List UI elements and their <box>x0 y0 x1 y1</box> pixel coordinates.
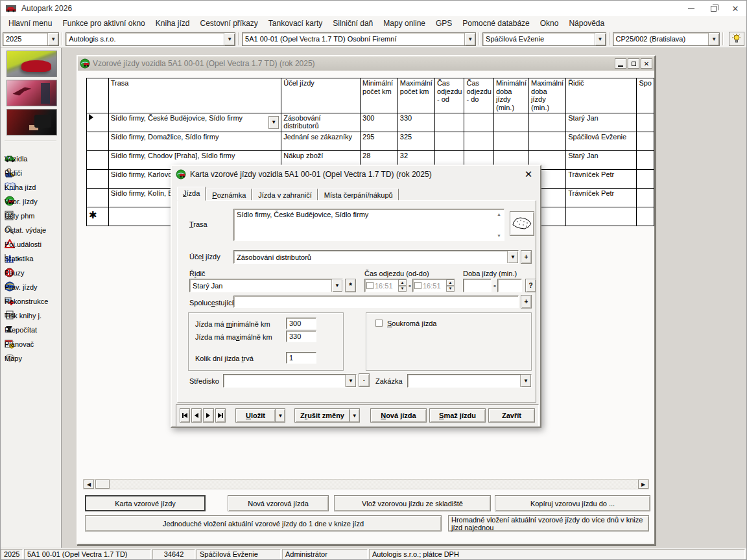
column-header-3[interactable]: Minimální počet km <box>361 78 398 113</box>
trip-combobox[interactable]: CP25/002 (Bratislava) ▼ <box>613 32 720 46</box>
zakazka-combobox[interactable]: ▼ <box>407 374 532 388</box>
sidebar-photo-car[interactable] <box>6 51 57 77</box>
row-selector[interactable] <box>87 150 109 169</box>
sidebar-item-rekonstrukce[interactable]: Rekonstrukce <box>5 294 61 309</box>
sidebar-photo-fuel[interactable] <box>6 109 57 135</box>
time-to-spinner[interactable]: ▲▼ <box>446 279 455 292</box>
chevron-down-icon[interactable]: ▼ <box>507 251 518 263</box>
cell-max-doba[interactable] <box>529 132 566 150</box>
menu-item-7[interactable]: GPS <box>431 17 457 30</box>
cell-cas-do[interactable] <box>464 132 494 150</box>
column-header-10[interactable]: Spo <box>637 78 654 113</box>
time-from-spinner[interactable]: ▲▼ <box>398 279 407 292</box>
close-dialog-button[interactable]: Zavřít <box>488 408 535 423</box>
cell-trasa[interactable]: Sídlo firmy, České Budějovice, Sídlo fir… <box>108 113 281 132</box>
grid-action-button-0[interactable]: Karta vzorové jízdy <box>85 495 206 511</box>
new-trip-button[interactable]: Nová jízda <box>370 408 427 423</box>
sidebar-photo-travel[interactable] <box>6 80 57 106</box>
cell-ridic[interactable]: Trávníček Petr <box>566 188 637 207</box>
column-header-2[interactable]: Účel jízdy <box>281 78 361 113</box>
next-record-button[interactable] <box>203 408 213 423</box>
cell-ucel[interactable]: Zásobování distributorů <box>281 113 361 132</box>
grid-action-button-3[interactable]: Kopíruj vzorovu jízdu do ... <box>495 495 650 511</box>
time-to-checkbox[interactable] <box>414 282 421 289</box>
cancel-changes-button[interactable]: Zrušit změny <box>294 408 350 423</box>
sidebar-item-kniha-j-zd[interactable]: Kniha jízd <box>5 180 61 194</box>
memo-scrollbar[interactable]: ▲ ▼ <box>494 209 504 240</box>
cell-min-km[interactable]: 300 <box>361 113 398 132</box>
time-from-field[interactable]: 16:51 ▲▼ <box>364 279 407 292</box>
menu-item-2[interactable]: Kniha jízd <box>150 17 195 30</box>
cell-max-km[interactable]: 330 <box>397 113 434 132</box>
tab-2[interactable]: Jízda v zahraničí <box>252 189 318 201</box>
menu-item-5[interactable]: Silniční daň <box>327 17 378 30</box>
column-header-6[interactable]: Čas odjezdu - do <box>464 78 494 113</box>
chevron-down-icon[interactable]: ▼ <box>268 116 279 129</box>
min-km-field[interactable]: 300 <box>286 318 316 329</box>
menu-item-6[interactable]: Mapy online <box>378 17 431 30</box>
table-row[interactable]: Sídlo firmy, České Budějovice, Sídlo fir… <box>87 113 654 132</box>
cell-max-doba[interactable] <box>529 113 566 132</box>
time-to-field[interactable]: 16:51 ▲▼ <box>412 279 455 292</box>
grid-window-titlebar[interactable]: Vzorové jízdy vozidla 5A1 00-01 (Opel Ve… <box>78 56 654 71</box>
cell-cas-do[interactable] <box>464 113 494 132</box>
delete-trip-button[interactable]: Smaž jízdu <box>429 408 486 423</box>
close-button[interactable]: ✕ <box>724 1 746 16</box>
menu-item-1[interactable]: Funkce pro aktivní okno <box>57 17 150 30</box>
cell-ridic[interactable]: Starý Jan <box>566 150 637 169</box>
cell-cas-od[interactable] <box>434 132 464 150</box>
cell-ucel[interactable]: Jednání se zákazníky <box>281 132 361 150</box>
doba-to-field[interactable] <box>497 279 522 292</box>
column-header-1[interactable]: Trasa <box>108 78 281 113</box>
sidebar-item-tisk-knihy-j-[interactable]: Tisk knihy j. <box>5 309 61 323</box>
cell-spolu[interactable] <box>637 150 654 169</box>
sidebar-item-vzor-j-zdy[interactable]: Vzor. jízdy <box>5 194 61 209</box>
dialog-close-icon[interactable]: ✕ <box>522 169 535 180</box>
menu-item-0[interactable]: Hlavní menu <box>3 17 57 30</box>
tab-3[interactable]: Místa čerpání/nákupů <box>318 189 399 201</box>
previous-record-button[interactable] <box>191 408 202 423</box>
grid-action-button-1[interactable]: Nová vzorová jízda <box>228 495 329 511</box>
chevron-down-icon[interactable]: ▼ <box>47 33 58 45</box>
map-button[interactable] <box>510 211 534 236</box>
doba-from-field[interactable] <box>463 279 492 292</box>
grid-action-button-2[interactable]: Vlož vzorovou jízdu ze skladiště <box>334 495 491 511</box>
cell-ridic[interactable]: Starý Jan <box>566 113 637 132</box>
sidebar-item-statistika[interactable]: Statistika▸ <box>5 251 61 266</box>
cell-spolu[interactable] <box>637 132 654 150</box>
chevron-down-icon[interactable]: ▼ <box>595 33 606 45</box>
menu-item-8[interactable]: Pomocné databáze <box>457 17 534 30</box>
cell-spolu[interactable] <box>637 188 654 207</box>
grid-bulk-button-1[interactable]: Hromadné vložení aktuální vzorové jízdy … <box>448 515 649 531</box>
column-header-4[interactable]: Maximální počet km <box>397 78 434 113</box>
save-button[interactable]: Uložit <box>235 408 276 423</box>
private-trip-checkbox[interactable] <box>375 320 383 327</box>
tab-0[interactable]: Jízda <box>177 187 206 201</box>
column-header-7[interactable]: Minimální doba jízdy (min.) <box>493 78 528 113</box>
sidebar-item-p-epo-tat[interactable]: Přepočítat <box>5 323 61 337</box>
stredisko-extra-button[interactable]: · <box>359 373 370 387</box>
grid-close-button[interactable]: ✕ <box>641 58 652 69</box>
sidebar-item-pauzy[interactable]: Pauzy <box>5 266 61 280</box>
last-record-button[interactable] <box>215 408 226 423</box>
tab-1[interactable]: Poznámka <box>206 189 252 201</box>
scroll-up-icon[interactable]: ▲ <box>495 210 503 218</box>
dialog-titlebar[interactable]: Karta vzorové jízdy vozidla 5A1 00-01 (O… <box>172 166 540 183</box>
chevron-down-icon[interactable]: ▼ <box>345 375 356 387</box>
grid-bulk-button-0[interactable]: Jednoduché vložení aktuální vzorové jízd… <box>85 515 442 531</box>
row-selector[interactable] <box>87 188 109 207</box>
cell-min-doba[interactable] <box>493 132 528 150</box>
scroll-down-icon[interactable]: ▼ <box>495 231 503 240</box>
restore-button[interactable] <box>702 1 724 16</box>
max-km-field[interactable]: 330 <box>286 331 316 342</box>
cancel-options-icon[interactable]: ▼ <box>350 408 360 423</box>
cell-cas-od[interactable] <box>434 113 464 132</box>
chevron-down-icon[interactable]: ▼ <box>331 279 342 292</box>
row-selector[interactable] <box>87 113 109 132</box>
menu-item-4[interactable]: Tankovací karty <box>263 17 327 30</box>
time-from-checkbox[interactable] <box>366 282 374 289</box>
chevron-down-icon[interactable]: ▼ <box>520 375 531 387</box>
cell-max-km[interactable]: 325 <box>397 132 434 150</box>
company-combobox[interactable]: Autologis s.r.o. ▼ <box>65 32 235 46</box>
minimize-button[interactable] <box>680 1 702 16</box>
